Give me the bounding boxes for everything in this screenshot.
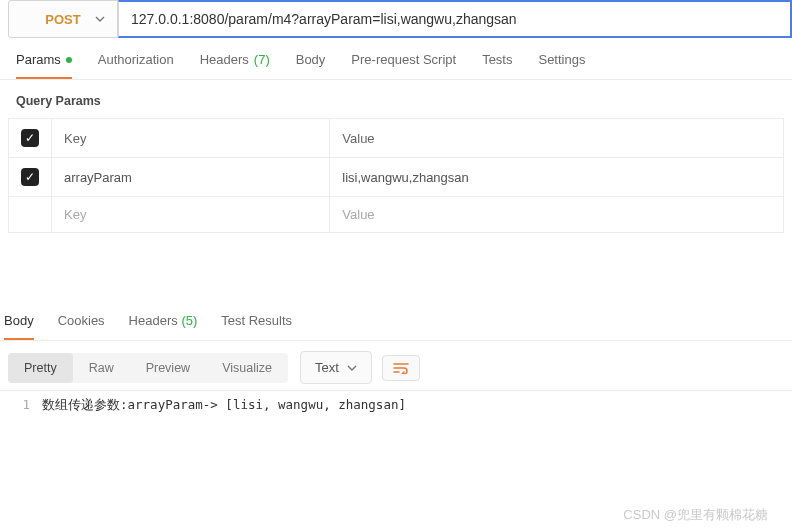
http-method-value: POST: [45, 12, 80, 27]
resp-tab-test-results[interactable]: Test Results: [221, 313, 292, 340]
query-params-title: Query Params: [0, 80, 792, 118]
response-body-line: 1 数组传递参数:arrayParam-> [lisi, wangwu, zha…: [0, 390, 792, 420]
header-key: Key: [52, 119, 330, 158]
chevron-down-icon: [347, 365, 357, 371]
tab-body[interactable]: Body: [296, 52, 326, 79]
tab-params[interactable]: Params: [16, 52, 72, 79]
resp-tab-cookies[interactable]: Cookies: [58, 313, 105, 340]
line-number: 1: [0, 397, 42, 414]
tab-pre-request[interactable]: Pre-request Script: [351, 52, 456, 79]
raw-button[interactable]: Raw: [73, 353, 130, 383]
param-key-cell[interactable]: arrayParam: [52, 158, 330, 197]
preview-button[interactable]: Preview: [130, 353, 206, 383]
response-tabs: Body Cookies Headers (5) Test Results: [0, 303, 792, 341]
tab-authorization[interactable]: Authorization: [98, 52, 174, 79]
query-params-table: ✓ Key Value ✓ arrayParam lisi,wangwu,zha…: [8, 118, 784, 233]
row-checkbox[interactable]: ✓: [9, 158, 52, 197]
table-row-empty: Key Value: [9, 197, 784, 233]
resp-tab-body[interactable]: Body: [4, 313, 34, 340]
checkbox-checked-icon: ✓: [21, 129, 39, 147]
wrap-lines-button[interactable]: [382, 355, 420, 381]
param-value-input[interactable]: Value: [330, 197, 784, 233]
checkbox-checked-icon: ✓: [21, 168, 39, 186]
wrap-icon: [393, 362, 409, 374]
tab-settings[interactable]: Settings: [538, 52, 585, 79]
params-active-dot-icon: [66, 57, 72, 63]
http-method-select[interactable]: POST: [8, 0, 118, 38]
response-body-text[interactable]: 数组传递参数:arrayParam-> [lisi, wangwu, zhang…: [42, 397, 406, 414]
chevron-down-icon: [95, 16, 105, 22]
header-checkbox-col[interactable]: ✓: [9, 119, 52, 158]
param-key-input[interactable]: Key: [52, 197, 330, 233]
tab-tests[interactable]: Tests: [482, 52, 512, 79]
param-value-cell[interactable]: lisi,wangwu,zhangsan: [330, 158, 784, 197]
view-mode-group: Pretty Raw Preview Visualize: [8, 353, 288, 383]
resp-tab-headers[interactable]: Headers (5): [129, 313, 198, 340]
header-value: Value: [330, 119, 784, 158]
visualize-button[interactable]: Visualize: [206, 353, 288, 383]
request-tabs: Params Authorization Headers (7) Body Pr…: [0, 38, 792, 80]
pretty-button[interactable]: Pretty: [8, 353, 73, 383]
language-select[interactable]: Text: [300, 351, 372, 384]
tab-headers[interactable]: Headers (7): [200, 52, 270, 79]
url-input[interactable]: [118, 0, 792, 38]
response-toolbar: Pretty Raw Preview Visualize Text: [0, 341, 792, 390]
table-row: ✓ arrayParam lisi,wangwu,zhangsan: [9, 158, 784, 197]
